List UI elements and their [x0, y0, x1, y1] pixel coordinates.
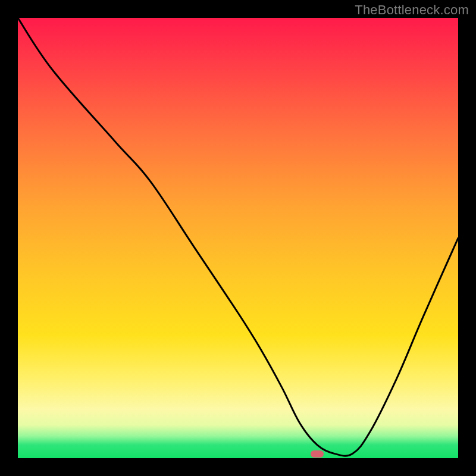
- plot-area: [18, 18, 458, 458]
- bottleneck-curve: [18, 18, 458, 458]
- chart-frame: TheBottleneck.com: [0, 0, 476, 476]
- optimal-marker: [311, 450, 324, 458]
- watermark-text: TheBottleneck.com: [355, 2, 469, 18]
